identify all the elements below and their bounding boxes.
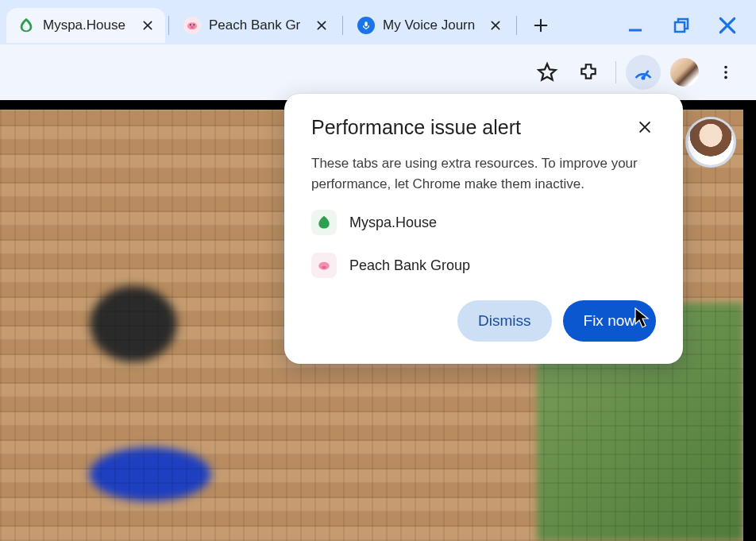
performance-button[interactable] [626, 55, 661, 90]
tab-peach-bank[interactable]: Peach Bank Gr [172, 8, 339, 43]
extensions-button[interactable] [571, 55, 606, 90]
mic-icon [357, 17, 375, 34]
tab-my-voice-journal[interactable]: My Voice Journ [346, 8, 513, 43]
minimize-button[interactable] [624, 14, 646, 37]
tab-strip: Myspa.House Peach Bank Gr My Voice Journ [0, 0, 756, 44]
tab-separator [168, 16, 169, 35]
svg-rect-4 [364, 21, 368, 26]
alert-title: Performance issue alert [311, 116, 521, 139]
tab-title: My Voice Journ [383, 17, 480, 33]
alert-tab-name: Peach Bank Group [349, 257, 470, 274]
participant-avatar[interactable] [688, 119, 734, 165]
close-icon[interactable] [314, 17, 330, 33]
tab-separator [342, 16, 343, 35]
alert-tab-item: Peach Bank Group [311, 253, 656, 278]
close-window-button[interactable] [716, 14, 739, 37]
svg-point-12 [724, 71, 727, 74]
svg-point-11 [724, 66, 727, 69]
toolbar-separator [615, 61, 616, 83]
leaf-icon [17, 17, 35, 34]
svg-point-13 [724, 76, 727, 79]
leaf-icon [311, 210, 337, 235]
tab-title: Peach Bank Gr [209, 17, 306, 33]
close-icon[interactable] [140, 17, 156, 33]
pig-icon [183, 17, 201, 34]
new-tab-button[interactable] [526, 11, 555, 40]
performance-alert-panel: Performance issue alert These tabs are u… [284, 94, 683, 364]
close-icon[interactable] [488, 17, 503, 33]
svg-point-3 [191, 26, 195, 29]
avatar-icon [670, 58, 699, 87]
alert-tab-list: Myspa.House Peach Bank Group [311, 210, 656, 278]
browser-menu-button[interactable] [708, 55, 743, 90]
alert-tab-item: Myspa.House [311, 210, 656, 235]
svg-rect-8 [675, 22, 685, 32]
alert-actions: Dismiss Fix now [311, 300, 656, 342]
fix-now-button[interactable]: Fix now [563, 300, 656, 342]
alert-description: These tabs are using extra resources. To… [311, 153, 656, 194]
svg-point-15 [322, 266, 326, 269]
bookmark-star-button[interactable] [530, 55, 565, 90]
dismiss-button[interactable]: Dismiss [457, 300, 552, 342]
tab-title: Myspa.House [43, 17, 132, 33]
tab-myspa-house[interactable]: Myspa.House [6, 8, 165, 43]
alert-tab-name: Myspa.House [349, 214, 437, 231]
browser-toolbar [0, 44, 756, 100]
close-icon[interactable] [634, 116, 656, 138]
tab-separator [516, 16, 517, 35]
restore-button[interactable] [670, 14, 692, 37]
profile-button[interactable] [667, 55, 702, 90]
window-controls [624, 14, 753, 37]
pig-icon [311, 253, 337, 278]
svg-point-1 [190, 24, 191, 25]
svg-point-2 [193, 24, 195, 25]
